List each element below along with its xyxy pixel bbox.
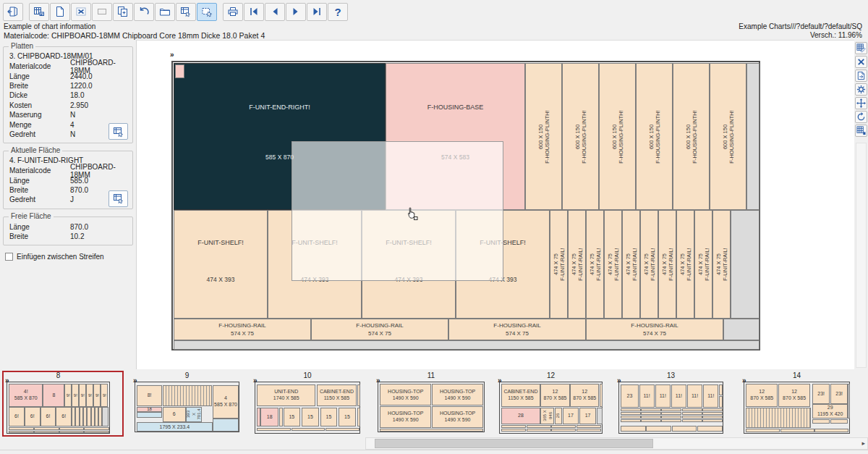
transfer-chart-button[interactable] <box>176 3 196 21</box>
panel-piece[interactable] <box>746 63 760 210</box>
platten-transfer-button[interactable] <box>109 123 128 140</box>
panel-piece[interactable] <box>661 408 681 411</box>
panel-piece[interactable]: 474 X 75F-UNIT-RAIL! <box>694 210 712 319</box>
panel-piece[interactable] <box>213 419 239 432</box>
panel-piece[interactable] <box>576 429 601 432</box>
chart-canvas[interactable]: » F-UNIT-END-RIGHT!585 X 870F-HOUSING-BA… <box>136 40 854 369</box>
panel-piece[interactable]: UNIT-END1740 X 585 <box>257 384 315 406</box>
panel-piece[interactable] <box>723 319 760 340</box>
horizontal-scrollbar[interactable]: ▸ <box>365 437 868 450</box>
panel-piece[interactable]: F-UNIT-SHELF!474 X 393 <box>174 210 268 319</box>
pattern-number[interactable]: 10 <box>293 371 322 379</box>
exit-button[interactable] <box>3 3 23 21</box>
zoom-select-button[interactable] <box>197 3 217 21</box>
panel-piece[interactable]: 8! <box>137 385 162 406</box>
panel-piece[interactable] <box>641 419 661 422</box>
panel-piece[interactable] <box>682 412 702 415</box>
panel-piece[interactable] <box>257 408 260 427</box>
panel-piece[interactable] <box>697 426 723 432</box>
pattern-number[interactable]: 9 <box>173 371 202 379</box>
panel-piece[interactable] <box>702 416 723 419</box>
panel-piece[interactable] <box>682 416 702 419</box>
panel-piece[interactable]: 23! <box>830 384 848 403</box>
pattern-overview-button[interactable] <box>855 125 867 137</box>
print-button[interactable] <box>223 3 243 21</box>
panel-piece[interactable]: 6 <box>163 407 186 422</box>
panel-piece[interactable]: 11! <box>671 384 686 408</box>
panel-piece[interactable] <box>719 384 722 395</box>
panel-piece[interactable]: 17 <box>563 408 579 424</box>
pattern-number[interactable]: 12 <box>537 371 566 379</box>
delete-piece-button[interactable] <box>855 56 867 68</box>
panel-piece[interactable] <box>780 429 814 432</box>
panel-piece[interactable]: 365 X 946 <box>540 408 554 424</box>
first-chart-button[interactable] <box>244 3 264 21</box>
export-chart-button[interactable] <box>855 70 867 82</box>
panel-piece[interactable]: 11! <box>703 384 718 408</box>
panel-piece[interactable]: 17 <box>579 408 596 424</box>
panel-piece[interactable] <box>661 412 681 415</box>
vertical-scrollbar[interactable] <box>856 143 867 368</box>
last-chart-button[interactable] <box>307 3 327 21</box>
panel-piece[interactable] <box>551 429 576 432</box>
panel-piece[interactable] <box>326 428 359 431</box>
panel-piece[interactable] <box>814 429 848 432</box>
panel-piece[interactable]: 600 X 150F-HOUSING-PLINTH! <box>636 63 673 210</box>
panel-piece[interactable]: 12870 X 585 <box>540 384 569 407</box>
panel-piece[interactable]: 1795 X 233.4 <box>137 422 212 432</box>
panel-piece[interactable] <box>746 429 780 432</box>
panel-piece[interactable] <box>731 210 760 319</box>
pattern-number[interactable]: 14 <box>783 371 812 379</box>
next-chart-button[interactable] <box>286 3 306 21</box>
delete-chart-button[interactable] <box>71 3 91 21</box>
panel-piece[interactable]: 600 X 150F-HOUSING-PLINTH! <box>525 63 562 210</box>
panel-piece[interactable]: 12870 X 585 <box>746 384 778 407</box>
panel-piece[interactable]: 15 <box>284 408 300 427</box>
panel-piece[interactable] <box>527 429 551 432</box>
panel-piece[interactable] <box>746 408 811 428</box>
panel-piece[interactable]: F-HOUSING-RAIL574 X 75 <box>311 319 448 340</box>
panel-piece[interactable] <box>174 340 760 350</box>
panel-piece[interactable]: 18 <box>260 408 278 427</box>
panel-piece[interactable]: HOUSING-TOP1490 X 590 <box>432 406 483 428</box>
panel-piece[interactable]: 600 X 150F-HOUSING-PLINTH! <box>710 63 746 210</box>
panel-piece[interactable]: HOUSING-TOP1490 X 590 <box>380 384 431 405</box>
panel-piece[interactable] <box>137 412 162 418</box>
panel-piece[interactable] <box>597 408 603 424</box>
panel-piece[interactable]: CABINET-END1150 X 585 <box>501 384 540 407</box>
panel-piece[interactable] <box>641 412 661 415</box>
chart-info-button[interactable] <box>29 3 49 21</box>
panel-piece[interactable] <box>621 412 641 415</box>
pattern-number[interactable]: 11 <box>417 371 446 379</box>
panel-piece[interactable] <box>501 429 526 432</box>
panel-piece[interactable] <box>292 428 326 431</box>
panel-piece[interactable] <box>830 419 848 424</box>
panel-piece[interactable] <box>641 408 661 411</box>
panel-piece[interactable]: 15 <box>339 408 355 427</box>
panel-piece[interactable] <box>380 429 483 432</box>
copy-chart-button[interactable] <box>113 3 133 21</box>
panel-piece[interactable] <box>600 384 603 407</box>
panel-piece[interactable]: F-HOUSING-RAIL574 X 75 <box>586 319 723 340</box>
panel-piece[interactable] <box>357 384 360 406</box>
panel-piece[interactable] <box>621 408 641 411</box>
insert-between-strips-checkbox[interactable] <box>5 253 13 261</box>
panel-piece[interactable] <box>702 419 723 422</box>
panel-piece[interactable]: 600 X 150F-HOUSING-PLINTH! <box>599 63 636 210</box>
pattern-thumbnail[interactable]: 8!4585 X 870186393 X 701.41795 X 233.4 <box>135 382 239 432</box>
horizontal-scrollbar-thumb[interactable] <box>375 439 653 448</box>
panel-piece[interactable]: 474 X 75F-UNIT-RAIL! <box>604 210 622 319</box>
panel-piece[interactable]: 474 X 75F-UNIT-RAIL! <box>712 210 731 319</box>
open-button[interactable] <box>155 3 175 21</box>
panel-piece[interactable]: 393 X 701.4 <box>186 407 202 422</box>
panel-piece[interactable]: 474 X 75F-UNIT-RAIL! <box>676 210 694 319</box>
prev-chart-button[interactable] <box>265 3 285 21</box>
pattern-thumbnail[interactable]: CABINET-END1150 X 58512870 X 58512870 X … <box>499 382 603 434</box>
panel-piece[interactable]: CABINET-END1150 X 585 <box>317 384 357 406</box>
panel-piece[interactable] <box>621 419 641 422</box>
panel-piece[interactable] <box>702 412 723 415</box>
panel-piece[interactable] <box>279 408 283 427</box>
panel-piece[interactable]: 26 <box>555 408 562 424</box>
panel-piece[interactable] <box>357 408 360 427</box>
move-piece-button[interactable] <box>855 97 867 109</box>
